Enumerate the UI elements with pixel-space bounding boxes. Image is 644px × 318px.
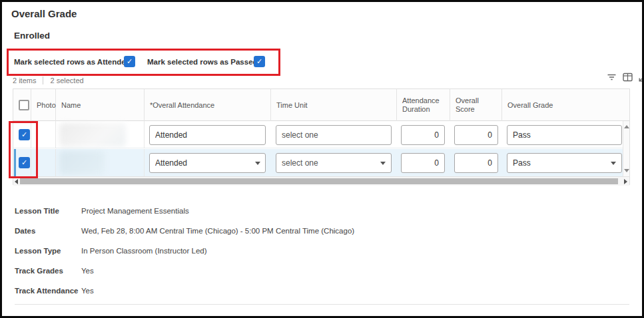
track-grades-label: Track Grades: [15, 267, 81, 275]
overall-grade-page: Overall Grade Enrolled Mark selected row…: [0, 0, 644, 318]
redacted-name: [59, 151, 105, 175]
row-2-time-unit-select[interactable]: [276, 153, 392, 173]
dates-label: Dates: [15, 227, 81, 235]
row-2-attendance-duration-input[interactable]: [401, 153, 445, 173]
scroll-left-icon[interactable]: [15, 179, 18, 184]
lesson-type-label: Lesson Type: [15, 247, 81, 255]
select-all-checkbox[interactable]: [19, 100, 29, 110]
lesson-type-value: In Person Classroom (Instructor Led): [81, 247, 207, 255]
row-1-time-unit-input[interactable]: [276, 125, 392, 145]
list-item: Track Grades Yes: [15, 261, 627, 281]
bulk-actions-bar: Mark selected rows as Attended Mark sele…: [2, 49, 288, 76]
table-row: [13, 149, 629, 176]
lesson-title-value: Project Management Essentials: [81, 207, 189, 215]
grid-toolbar: [607, 73, 644, 82]
column-header-attendance-duration: Attendance Duration: [397, 89, 450, 121]
selected-count: 2 selected: [50, 77, 83, 84]
row-1-overall-grade-input[interactable]: [507, 125, 622, 145]
lesson-title-label: Lesson Title: [15, 207, 81, 215]
row-1-attendance-duration-input[interactable]: [401, 125, 445, 145]
mark-attended-label: Mark selected rows as Attended: [14, 58, 131, 66]
grid-header-row: Photo Name *Overall Attendance Time Unit…: [13, 89, 629, 121]
column-header-photo: Photo: [31, 89, 56, 121]
expand-icon[interactable]: [639, 73, 644, 82]
track-grades-value: Yes: [81, 267, 94, 275]
summary-divider: [43, 77, 43, 84]
vertical-scrollbar[interactable]: [623, 121, 629, 176]
row-1-photo-cell: [31, 121, 56, 148]
row-select-cell: [13, 149, 31, 176]
list-item: Lesson Title Project Management Essentia…: [15, 201, 627, 221]
enrolled-grid: Photo Name *Overall Attendance Time Unit…: [13, 88, 630, 185]
column-header-overall-grade: Overall Grade: [502, 89, 629, 121]
chevron-down-icon[interactable]: [255, 162, 260, 165]
list-item: Track Attendance Yes: [15, 281, 627, 301]
scroll-up-icon[interactable]: [624, 125, 629, 128]
lesson-details: Lesson Title Project Management Essentia…: [15, 201, 627, 301]
track-attendance-value: Yes: [81, 287, 94, 295]
bottom-divider: [15, 304, 629, 305]
chevron-down-icon[interactable]: [380, 162, 386, 165]
column-header-time-unit: Time Unit: [271, 89, 397, 121]
row-2-checkbox[interactable]: [19, 157, 30, 168]
filter-icon[interactable]: [607, 73, 617, 82]
page-title: Overall Grade: [11, 8, 77, 19]
mark-passed-checkbox[interactable]: [254, 56, 265, 67]
row-1-checkbox[interactable]: [19, 129, 30, 140]
chevron-down-icon[interactable]: [611, 162, 616, 165]
horizontal-scrollbar-thumb[interactable]: [20, 178, 618, 184]
row-1-overall-score-input[interactable]: [454, 125, 498, 145]
items-count: 2 items: [13, 77, 36, 84]
column-settings-icon[interactable]: [623, 73, 633, 82]
scroll-down-icon[interactable]: [624, 169, 629, 172]
row-2-overall-attendance-select[interactable]: [149, 153, 266, 173]
track-attendance-label: Track Attendance: [15, 287, 81, 295]
column-header-overall-score: Overall Score: [450, 89, 502, 121]
row-2-overall-score-input[interactable]: [454, 153, 498, 173]
mark-attended-checkbox[interactable]: [124, 56, 135, 67]
grid-summary-bar: 2 items 2 selected: [13, 77, 84, 84]
row-2-photo-cell: [31, 149, 56, 176]
horizontal-scrollbar[interactable]: [13, 176, 629, 186]
select-all-cell: [13, 89, 31, 121]
dates-value: Wed, Feb 28, 8:00 AM Central Time (Chica…: [81, 227, 354, 235]
list-item: Dates Wed, Feb 28, 8:00 AM Central Time …: [15, 221, 627, 241]
scroll-right-icon[interactable]: [624, 179, 627, 184]
row-1-overall-attendance-input[interactable]: [149, 125, 266, 145]
row-select-cell: [13, 121, 31, 148]
mark-passed-label: Mark selected rows as Passed: [147, 58, 258, 66]
section-title-enrolled: Enrolled: [14, 31, 50, 41]
column-header-name: Name: [56, 89, 145, 121]
table-row: [13, 121, 629, 148]
list-item: Lesson Type In Person Classroom (Instruc…: [15, 241, 627, 261]
redacted-name: [59, 123, 126, 147]
column-header-overall-attendance: *Overall Attendance: [145, 89, 271, 121]
row-2-overall-grade-select[interactable]: [507, 153, 622, 173]
